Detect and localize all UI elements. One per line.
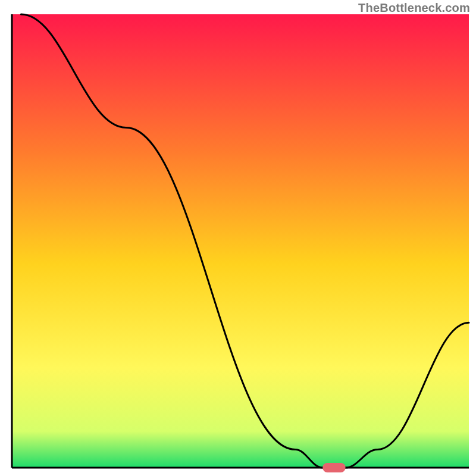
chart-container: TheBottleneck.com: [0, 0, 476, 476]
chart-svg: [0, 0, 476, 476]
optimum-marker: [322, 463, 345, 472]
watermark-text: TheBottleneck.com: [358, 1, 470, 15]
